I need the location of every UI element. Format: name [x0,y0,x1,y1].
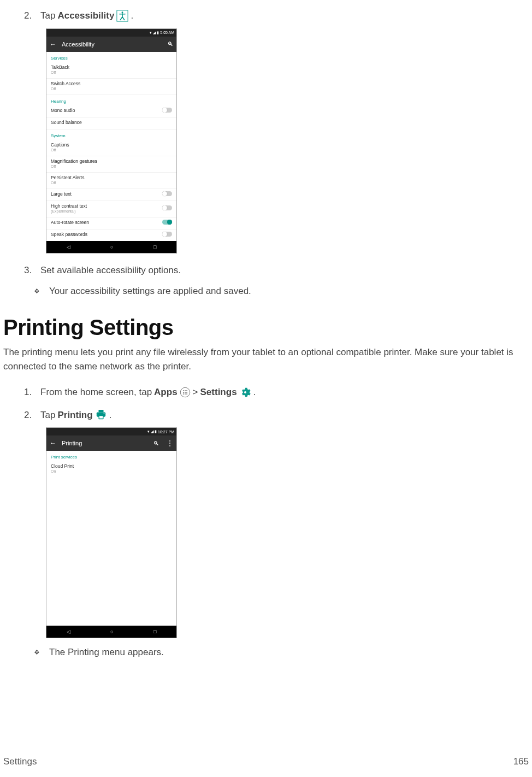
list-body: Print services Cloud PrintOn [46,451,176,626]
row-switch-access: Switch AccessOff [46,79,176,95]
step-2-printing: 2. Tap Printing . [24,408,529,422]
step-text-pre: Tap [40,9,55,23]
search-icon: 🔍︎ [153,440,159,446]
lead-paragraph: The printing menu lets you print any fil… [3,345,529,373]
category-hearing: Hearing [46,95,176,105]
svg-point-1 [122,11,123,13]
step-text-bold: Accessibility [57,9,114,23]
svg-point-4 [185,390,186,391]
nav-recents-icon: □ [153,629,156,634]
step-text-bold-settings: Settings [200,385,237,399]
row-magnification: Magnification gesturesOff [46,156,176,173]
svg-point-10 [185,393,186,395]
printing-screenshot: ▾ ◢ ▮ 10:27 PM ← Printing 🔍︎ ⋮ Print ser… [46,427,177,638]
svg-point-7 [185,392,186,393]
apps-icon [180,387,191,398]
app-bar: ← Accessibility 🔍︎ [46,37,176,52]
step-3: 3. Set available accessibility options. [24,263,529,278]
status-time: 10:27 PM [158,430,174,434]
status-bar: ▾ ◢ ▮ 10:27 PM [46,428,176,435]
step-text: Set available accessibility options. [40,263,181,278]
nav-home-icon: ○ [110,629,113,634]
svg-rect-13 [98,410,103,413]
row-talkback: TalkBackOff [46,62,176,79]
battery-icon: ▮ [157,31,159,35]
nav-recents-icon: □ [153,244,156,250]
step-text-pre: From the home screen, tap [40,385,152,399]
toggle-on [162,220,172,225]
row-high-contrast: High contrast text(Experimental) [46,201,176,217]
nav-back-icon: ◁ [67,629,70,634]
note-text: Your accessibility settings are applied … [49,286,251,297]
appbar-title: Printing [62,440,148,446]
nav-bar: ◁ ○ □ [46,241,176,253]
step-1-printing: 1. From the home screen, tap Apps > Sett… [24,385,529,399]
row-captions: CaptionsOff [46,140,176,156]
nav-back-icon: ◁ [67,244,70,250]
step-2-accessibility: 2. Tap Accessibility . [24,9,529,23]
accessibility-icon [116,10,128,22]
step-text-mid: > [193,385,198,399]
wifi-icon: ▾ [150,31,152,35]
signal-icon: ◢ [151,429,153,434]
step-text-post: . [253,385,256,399]
wifi-icon: ▾ [147,429,150,434]
note-printing-menu: ❖ The Printing menu appears. [34,647,529,658]
status-bar: ▾ ◢ ▮ 5:05 AM [46,29,176,37]
toggle-off [162,232,172,237]
row-speak-passwords: Speak passwords [46,229,176,241]
row-cloud-print: Cloud PrintOn [46,461,176,477]
nav-home-icon: ○ [110,244,113,250]
step-text-pre: Tap [40,408,55,422]
appbar-title: Accessibility [62,41,162,48]
svg-point-5 [186,390,187,391]
row-mono-audio: Mono audio [46,105,176,117]
row-persistent-alerts: Persistent AlertsOff [46,173,176,189]
footer-page-number: 165 [513,756,529,767]
signal-icon: ◢ [153,31,156,35]
svg-point-3 [183,390,184,391]
accessibility-screenshot: ▾ ◢ ▮ 5:05 AM ← Accessibility 🔍︎ Service… [46,28,177,254]
app-bar: ← Printing 🔍︎ ⋮ [46,435,176,451]
printing-icon [95,409,107,420]
page-footer: Settings 165 [3,756,529,767]
svg-point-12 [244,391,246,393]
toggle-off [162,191,172,196]
svg-rect-16 [99,416,102,419]
battery-icon: ▮ [155,429,157,434]
back-icon: ← [50,40,56,48]
toggle-off [162,108,172,113]
step-text-post: . [109,408,112,422]
step-text-bold: Printing [57,408,92,422]
back-icon: ← [50,439,56,447]
row-large-text: Large text [46,189,176,201]
step-text-bold-apps: Apps [154,385,178,399]
svg-point-9 [183,393,184,395]
more-icon: ⋮ [164,439,173,447]
diamond-bullet-icon: ❖ [34,287,49,295]
svg-point-17 [103,414,104,415]
row-sound-balance: Sound balance [46,117,176,130]
category-print-services: Print services [46,451,176,461]
row-auto-rotate: Auto-rotate screen [46,217,176,229]
diamond-bullet-icon: ❖ [34,649,49,656]
heading-printing-settings: Printing Settings [3,315,529,340]
step-number: 1. [24,385,40,399]
step-number: 2. [24,9,40,23]
step-number: 2. [24,408,40,422]
note-text: The Printing menu appears. [49,647,164,658]
category-services: Services [46,52,176,62]
svg-point-11 [186,393,187,395]
search-icon: 🔍︎ [168,41,173,47]
toggle-off [162,205,172,210]
step-text-post: . [131,9,133,23]
note-accessibility-saved: ❖ Your accessibility settings are applie… [34,286,529,297]
settings-icon [239,386,251,398]
footer-section: Settings [3,756,37,767]
list-body: Services TalkBackOff Switch AccessOff He… [46,52,176,241]
nav-bar: ◁ ○ □ [46,626,176,638]
step-number: 3. [24,263,40,278]
svg-point-8 [186,392,187,393]
status-time: 5:05 AM [160,31,174,34]
svg-point-6 [183,392,184,393]
